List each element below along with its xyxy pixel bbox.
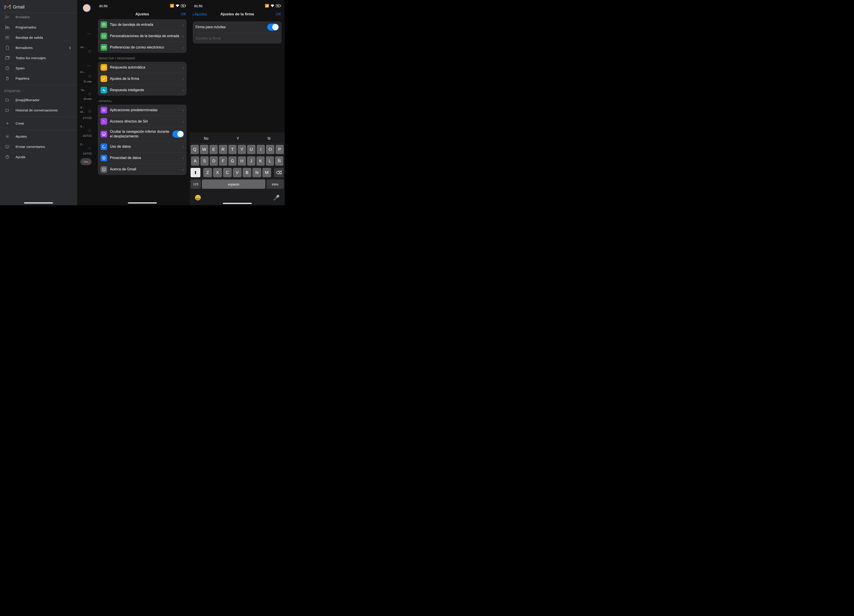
key-u[interactable]: U [247, 145, 255, 154]
key-d[interactable]: D [210, 156, 218, 166]
key-x[interactable]: X [213, 168, 222, 177]
star-icon[interactable]: ☆ [88, 160, 92, 165]
more-icon[interactable]: ⋯ [87, 31, 92, 36]
key-l[interactable]: L [266, 156, 274, 166]
home-indicator[interactable] [223, 203, 252, 204]
toggle[interactable] [267, 24, 279, 31]
sidebar-item-all[interactable]: Todos los mensajes [0, 53, 77, 63]
key-t[interactable]: T [229, 145, 236, 154]
key-h[interactable]: H [238, 156, 246, 166]
key-o[interactable]: O [266, 145, 274, 154]
label-imap-borrador[interactable]: [Imap]/Borrador [0, 95, 77, 105]
mail-row[interactable]: 14/7/23 [77, 151, 95, 157]
signature-input[interactable] [196, 37, 278, 40]
mail-row[interactable]: ⋯ [77, 27, 95, 43]
key-ñ[interactable]: Ñ [275, 156, 283, 166]
row-default-apps[interactable]: Aplicaciones predeterminadas › [98, 105, 187, 116]
more-icon[interactable]: ⋯ [87, 63, 92, 68]
star-icon[interactable]: ☆ [88, 108, 92, 114]
mail-row[interactable]: ici...☆ [77, 68, 95, 79]
star-icon[interactable]: ☆ [88, 91, 92, 96]
emoji-key[interactable]: 😀 [195, 195, 201, 201]
key-w[interactable]: W [200, 145, 208, 154]
numeric-key[interactable]: 123 [191, 180, 201, 189]
label-historial[interactable]: Historial de conversaciones [0, 105, 77, 116]
mail-row[interactable]: 27/7/23 [77, 115, 95, 122]
row-smart-reply[interactable]: Respuesta inteligente › [98, 84, 187, 96]
row-inbox-customize[interactable]: Personalizaciones de la bandeja de entra… [98, 30, 187, 41]
suggestion[interactable]: Si [267, 137, 270, 140]
mail-row[interactable]: ⋯ [77, 59, 95, 68]
sidebar-item-trash[interactable]: Papelera [0, 73, 77, 84]
compose-fab[interactable]: ctar☆ [77, 157, 95, 168]
inbox-icon [101, 21, 107, 28]
row-inbox-type[interactable]: Tipo de bandeja de entrada › [98, 19, 187, 30]
key-m[interactable]: M [262, 168, 271, 177]
keyboard: No Y Si QWERTYUIOP ASDFGHJKLÑ ⬆ ZXCVBNM … [190, 133, 285, 205]
ok-button[interactable]: OK [181, 12, 186, 17]
mail-row[interactable]: ล...wi...☆ [77, 103, 95, 115]
mail-row[interactable]: rj...☆ [77, 140, 95, 151]
row-signature[interactable]: Ajustes de la firma › [98, 73, 187, 84]
chevron-right-icon: › [182, 34, 184, 39]
toggle[interactable] [172, 131, 184, 138]
sidebar-item-scheduled[interactable]: Programados [0, 22, 77, 32]
suggestion[interactable]: No [204, 137, 208, 140]
key-e[interactable]: E [209, 145, 218, 154]
space-key[interactable]: espacio [202, 180, 265, 189]
sidebar-item-spam[interactable]: Spam [0, 63, 77, 73]
mail-row[interactable]: 31 ene [77, 79, 95, 85]
mic-key[interactable]: 🎤 [273, 195, 280, 201]
row-email-prefs[interactable]: Preferencias de correo electrónico › [98, 41, 187, 53]
key-q[interactable]: Q [191, 145, 199, 154]
key-y[interactable]: Y [238, 145, 246, 154]
star-icon[interactable]: ☆ [88, 145, 92, 151]
suggestion[interactable]: Y [236, 137, 239, 140]
mail-row[interactable]: 29 ene [77, 96, 95, 103]
row-siri[interactable]: Accesos directos de Siri › [98, 116, 187, 127]
mail-row[interactable]: ue...☆ [77, 43, 95, 59]
row-auto-reply[interactable]: Respuesta automática › [98, 62, 187, 73]
sidebar-item-drafts[interactable]: Borradores 1 [0, 43, 77, 53]
ok-button[interactable]: OK [276, 12, 281, 17]
key-n[interactable]: N [252, 168, 261, 177]
back-button[interactable]: ‹Ajustes [192, 11, 207, 17]
create-label[interactable]: Crear [0, 118, 77, 128]
settings-item[interactable]: Ajustes [0, 131, 77, 142]
key-r[interactable]: R [219, 145, 227, 154]
sidebar-item-sent[interactable]: Enviados [0, 14, 77, 22]
key-k[interactable]: K [256, 156, 265, 166]
home-indicator[interactable] [24, 202, 53, 203]
mail-row[interactable]: rj...☆ [77, 122, 95, 133]
star-icon[interactable]: ☆ [88, 128, 92, 133]
key-j[interactable]: J [247, 156, 255, 166]
avatar[interactable] [83, 4, 91, 12]
key-f[interactable]: F [219, 156, 227, 166]
row-data-usage[interactable]: Uso de datos › [98, 141, 187, 152]
key-v[interactable]: V [233, 168, 241, 177]
row-about[interactable]: Acerca de Gmail › [98, 164, 187, 175]
sidebar-label: Crear [15, 121, 24, 125]
key-g[interactable]: G [229, 156, 236, 166]
enter-key[interactable]: intro [267, 180, 284, 189]
key-z[interactable]: Z [203, 168, 212, 177]
backspace-key[interactable]: ⌫ [274, 168, 284, 177]
shift-key[interactable]: ⬆ [191, 168, 200, 177]
mail-row[interactable]: 20/7/23 [77, 133, 95, 140]
row-hide-nav[interactable]: Ocultar la navegación inferior durante e… [98, 127, 187, 141]
key-i[interactable]: I [257, 145, 265, 154]
help-item[interactable]: Ayuda [0, 152, 77, 162]
home-indicator[interactable] [128, 202, 157, 203]
mail-row[interactable]: าน...☆ [77, 85, 95, 96]
sidebar-item-outbox[interactable]: Bandeja de salida [0, 32, 77, 43]
key-c[interactable]: C [223, 168, 232, 177]
star-icon[interactable]: ☆ [88, 73, 92, 79]
page-title: Ajustes [136, 12, 149, 17]
key-s[interactable]: S [200, 156, 209, 166]
star-icon[interactable]: ☆ [88, 49, 92, 54]
key-a[interactable]: A [191, 156, 199, 166]
feedback-item[interactable]: Enviar comentarios [0, 142, 77, 152]
key-b[interactable]: B [242, 168, 251, 177]
key-p[interactable]: P [276, 145, 284, 154]
row-privacy[interactable]: Privacidad de datos › [98, 152, 187, 164]
